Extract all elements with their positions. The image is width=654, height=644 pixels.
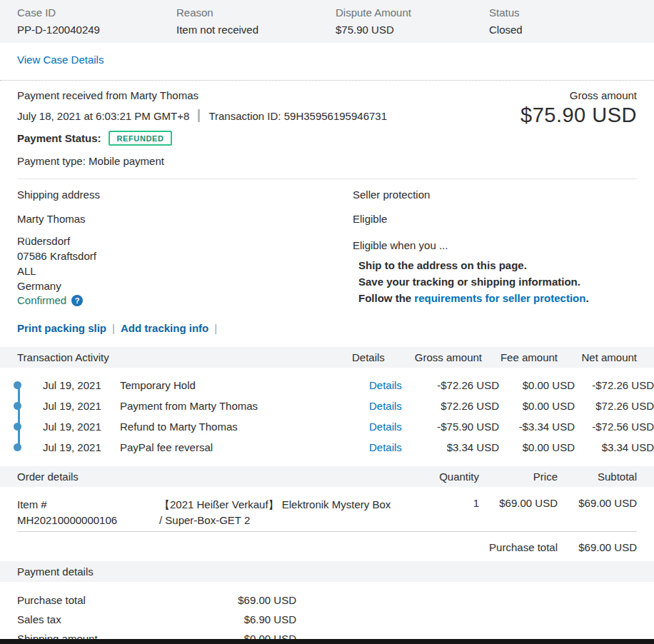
- seller-protection-requirements-link[interactable]: requirements for seller protection: [414, 292, 585, 304]
- seller-protection-item: Follow the requirements for seller prote…: [353, 290, 637, 306]
- order-details-header: Order details Quantity Price Subtotal: [0, 466, 654, 487]
- vertical-divider: [198, 109, 200, 122]
- timeline-dot-icon: [14, 443, 21, 451]
- list-item: Purchase total $69.00 USD: [0, 590, 654, 610]
- activity-fee: $0.00 USD: [499, 379, 575, 391]
- item-text: Follow the: [358, 292, 414, 304]
- link-pipe: |: [112, 322, 115, 334]
- column-header-gross: Gross amount: [403, 351, 482, 363]
- purchase-total-label: Purchase total: [401, 541, 558, 553]
- dispute-amount-value: $75.90 USD: [336, 24, 489, 36]
- activity-description: Temporary Hold: [120, 379, 369, 391]
- status-column: Status Closed: [489, 6, 637, 36]
- column-header-quantity: Quantity: [394, 471, 479, 483]
- seller-protection-block: Seller protection Eligible Eligible when…: [353, 188, 637, 334]
- print-packing-slip-link[interactable]: Print packing slip: [17, 322, 106, 334]
- item-price: $69.00 USD: [479, 497, 558, 509]
- activity-fee: -$3.34 USD: [499, 421, 575, 433]
- help-icon[interactable]: ?: [71, 295, 83, 306]
- payment-detail-value: $69.00 USD: [174, 594, 296, 606]
- payment-detail-label: Purchase total: [17, 594, 174, 606]
- activity-description: Refund to Marty Thomas: [120, 421, 369, 433]
- activity-date: Jul 19, 2021: [43, 379, 120, 391]
- dispute-amount-label: Dispute Amount: [336, 6, 489, 19]
- activity-description: PayPal fee reversal: [120, 441, 369, 453]
- transaction-activity-rows: Jul 19, 2021 Temporary Hold Details -$72…: [0, 368, 654, 466]
- activity-net: $3.34 USD: [575, 441, 654, 453]
- activity-fee: $0.00 USD: [499, 400, 575, 412]
- address-confirmed-status: Confirmed: [17, 294, 66, 306]
- table-row: Jul 19, 2021 Refund to Marty Thomas Deta…: [0, 416, 654, 437]
- timeline-dot-icon: [14, 381, 21, 389]
- address-line: Germany: [17, 278, 353, 293]
- activity-net: -$72.56 USD: [575, 421, 654, 433]
- activity-gross: $72.26 USD: [421, 400, 499, 412]
- details-link[interactable]: Details: [369, 421, 402, 433]
- activity-net: -$72.26 USD: [575, 379, 654, 391]
- details-link[interactable]: Details: [369, 441, 402, 453]
- payment-detail-label: Sales tax: [17, 613, 174, 625]
- refunded-status-badge: REFUNDED: [109, 131, 173, 146]
- activity-gross: $3.34 USD: [421, 441, 499, 453]
- details-link[interactable]: Details: [369, 379, 402, 391]
- item-text: .: [585, 292, 588, 304]
- address-line: 07586 Kraftsdorf: [17, 248, 353, 263]
- column-header-details: Details: [352, 351, 403, 363]
- address-line: Rüdersdorf: [17, 233, 353, 248]
- column-header-fee: Fee amount: [482, 351, 558, 363]
- activity-gross: -$72.26 USD: [421, 379, 499, 391]
- view-case-details-link[interactable]: View Case Details: [17, 54, 104, 66]
- case-id-column: Case ID PP-D-120040249: [17, 6, 176, 36]
- case-id-label: Case ID: [17, 6, 176, 19]
- shipping-recipient-name: Marty Thomas: [17, 213, 353, 225]
- item-number-value: MH20210000000106: [17, 513, 159, 528]
- transaction-activity-section: Transaction Activity Details Gross amoun…: [0, 347, 654, 466]
- payment-details-section: Payment details Purchase total $69.00 US…: [0, 561, 654, 644]
- case-id-value: PP-D-120040249: [17, 24, 176, 36]
- column-header-net: Net amount: [558, 351, 637, 363]
- seller-protection-status: Eligible: [353, 213, 637, 225]
- status-value: Closed: [489, 24, 637, 36]
- payment-status-label: Payment Status:: [17, 132, 101, 144]
- seller-protection-title: Seller protection: [353, 188, 637, 201]
- gross-amount-value: $75.90 USD: [520, 104, 637, 127]
- timeline-dot-icon: [14, 423, 21, 431]
- reason-column: Reason Item not received: [176, 6, 336, 36]
- item-description: 【2021 Heißer Verkauf】 Elektronik Mystery…: [159, 497, 396, 528]
- address-line: ALL: [17, 263, 353, 278]
- purchase-total-value: $69.00 USD: [558, 541, 637, 553]
- activity-date: Jul 19, 2021: [43, 441, 120, 453]
- order-details-title: Order details: [17, 471, 394, 483]
- dispute-amount-column: Dispute Amount $75.90 USD: [336, 6, 489, 36]
- item-quantity: 1: [396, 497, 479, 509]
- payment-type: Payment type: Mobile payment: [17, 155, 637, 167]
- payment-detail-value: $6.90 USD: [174, 613, 296, 625]
- order-details-section: Order details Quantity Price Subtotal It…: [0, 466, 654, 553]
- details-link[interactable]: Details: [369, 400, 402, 412]
- seller-protection-subtitle: Eligible when you ...: [353, 239, 637, 251]
- activity-fee: $0.00 USD: [499, 441, 575, 453]
- address-protection-section: Shipping address Marty Thomas Rüdersdorf…: [0, 179, 654, 347]
- case-summary-bar: Case ID PP-D-120040249 Reason Item not r…: [0, 0, 654, 43]
- payment-summary-section: Payment received from Marty Thomas Gross…: [0, 81, 654, 179]
- add-tracking-info-link[interactable]: Add tracking info: [121, 322, 208, 334]
- activity-net: $72.26 USD: [575, 400, 654, 412]
- transaction-id: Transaction ID: 59H35956195946731: [208, 110, 387, 122]
- transaction-activity-header: Transaction Activity Details Gross amoun…: [0, 347, 654, 368]
- item-number-label: Item #: [17, 497, 159, 513]
- link-pipe: |: [214, 322, 217, 334]
- payment-received-from: Payment received from Marty Thomas: [17, 89, 198, 101]
- payment-details-title: Payment details: [17, 565, 637, 578]
- seller-protection-item: Save your tracking or shipping informati…: [353, 273, 637, 290]
- activity-date: Jul 19, 2021: [43, 421, 120, 433]
- payment-date: July 18, 2021 at 6:03:21 PM GMT+8: [17, 110, 189, 122]
- payment-details-header: Payment details: [0, 561, 654, 582]
- gross-amount-label: Gross amount: [570, 89, 637, 101]
- item-subtotal: $69.00 USD: [558, 497, 637, 509]
- table-row: Jul 19, 2021 Temporary Hold Details -$72…: [0, 375, 654, 396]
- column-header-subtotal: Subtotal: [558, 471, 637, 483]
- shipping-address-title: Shipping address: [17, 188, 353, 201]
- list-item: Sales tax $6.90 USD: [0, 610, 654, 629]
- shipping-address-block: Shipping address Marty Thomas Rüdersdorf…: [17, 188, 353, 334]
- activity-description: Payment from Marty Thomas: [120, 400, 369, 412]
